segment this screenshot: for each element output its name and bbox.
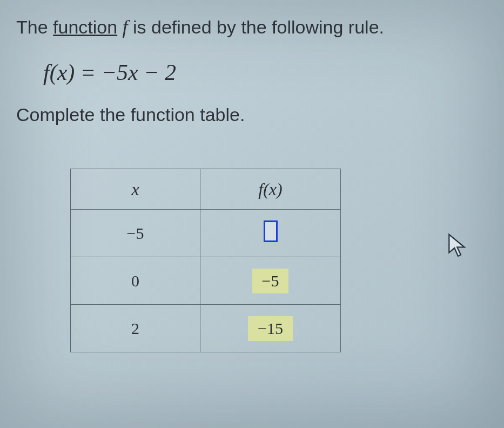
instruction-text: Complete the function table. (16, 104, 488, 125)
table-header-fx: f(x) (200, 169, 341, 210)
table-row: 2 −15 (71, 305, 341, 352)
intro-mid (117, 17, 122, 37)
x-cell: 2 (71, 305, 200, 352)
intro-var: f (123, 16, 128, 38)
fx-cell: −15 (200, 305, 341, 352)
intro-prefix: The (16, 17, 53, 37)
answer-value[interactable]: −5 (252, 269, 289, 293)
formula-text: f(x) = −5x − 2 (43, 60, 176, 85)
function-link[interactable]: function (53, 17, 117, 37)
answer-input[interactable] (264, 220, 278, 242)
intro-suffix: is defined by the following rule. (128, 17, 384, 37)
table-row: −5 (71, 210, 341, 257)
function-table: x f(x) −5 0 −5 2 −15 (70, 169, 488, 352)
table-header-x: x (71, 169, 200, 210)
answer-value[interactable]: −15 (248, 316, 293, 341)
fx-cell (200, 210, 341, 257)
x-cell: −5 (71, 210, 200, 257)
table-row: 0 −5 (71, 257, 341, 305)
intro-text: The function f is defined by the followi… (16, 14, 488, 41)
fx-cell: −5 (200, 257, 341, 305)
x-cell: 0 (71, 257, 200, 305)
function-formula: f(x) = −5x − 2 (43, 59, 488, 85)
